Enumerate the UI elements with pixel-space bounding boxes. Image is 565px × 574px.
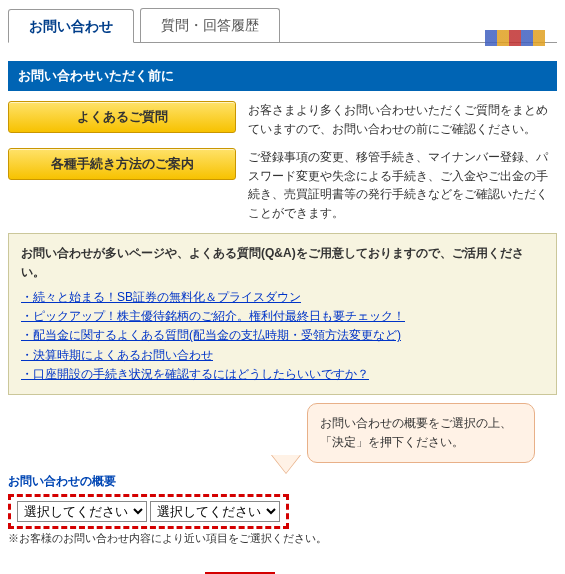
header-logo [485,30,545,46]
tab-history[interactable]: 質問・回答履歴 [140,8,280,42]
select-highlight-box: 選択してください 選択してください [8,494,289,529]
procedures-description: ご登録事項の変更、移管手続き、マイナンバー登録、パスワード変更や失念による手続き… [248,148,557,222]
section-title: お問い合わせいただく前に [8,61,557,91]
info-box: お問い合わせが多いページや、よくある質問(Q&A)をご用意しておりますので、ご活… [8,233,557,395]
callout-line2: 「決定」を押下ください。 [320,435,464,449]
info-link[interactable]: ・続々と始まる！SB証券の無料化＆プライスダウン [21,288,544,307]
procedures-button[interactable]: 各種手続き方法のご案内 [8,148,236,180]
info-title: お問い合わせが多いページや、よくある質問(Q&A)をご用意しておりますので、ご活… [21,244,544,282]
faq-button[interactable]: よくあるご質問 [8,101,236,133]
info-link[interactable]: ・口座開設の手続き状況を確認するにはどうしたらいいですか？ [21,365,544,384]
callout-line1: お問い合わせの概要をご選択の上、 [320,416,512,430]
callout-bubble: お問い合わせの概要をご選択の上、 「決定」を押下ください。 [307,403,535,463]
tab-inquiry[interactable]: お問い合わせ [8,9,134,43]
info-link[interactable]: ・ピックアップ！株主優待銘柄のご紹介。権利付最終日も要チェック！ [21,307,544,326]
category-select-2[interactable]: 選択してください [150,501,280,522]
info-link[interactable]: ・決算時期によくあるお問い合わせ [21,346,544,365]
form-label: お問い合わせの概要 [8,473,557,490]
info-link[interactable]: ・配当金に関するよくある質問(配当金の支払時期・受領方法変更など) [21,326,544,345]
faq-description: お客さまより多くお問い合わせいただくご質問をまとめていますので、お問い合わせの前… [248,101,557,138]
category-select-1[interactable]: 選択してください [17,501,147,522]
tab-bar: お問い合わせ 質問・回答履歴 [8,8,557,43]
form-note: ※お客様のお問い合わせ内容により近い項目をご選択ください。 [8,531,557,546]
